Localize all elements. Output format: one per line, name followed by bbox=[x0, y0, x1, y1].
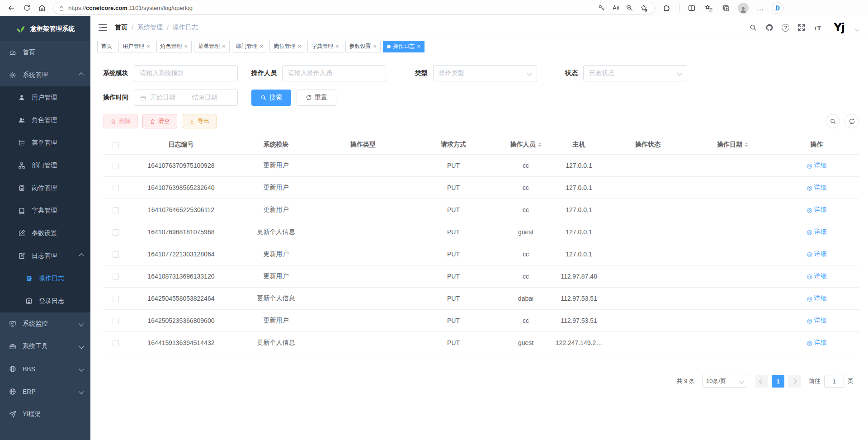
detail-link[interactable]: ◎详细 bbox=[807, 294, 826, 303]
export-button[interactable]: 导出 bbox=[182, 114, 217, 128]
sidebar-item-dicts[interactable]: 字典管理 bbox=[0, 199, 90, 222]
breadcrumb-system[interactable]: 系统管理 bbox=[137, 24, 163, 32]
row-checkbox[interactable] bbox=[113, 185, 119, 191]
goto-page-input[interactable] bbox=[824, 375, 844, 388]
sidebar-item-home[interactable]: 首页 bbox=[0, 41, 90, 64]
read-aloud-button[interactable] bbox=[612, 4, 619, 12]
close-icon[interactable]: × bbox=[260, 43, 264, 49]
tab-posts[interactable]: 岗位管理× bbox=[269, 41, 305, 52]
avatar-dropdown-icon[interactable] bbox=[854, 26, 859, 31]
sidebar-item-monitor[interactable]: 系统监控 bbox=[0, 312, 90, 335]
current-page[interactable]: 1 bbox=[772, 375, 784, 388]
detail-link[interactable]: ◎详细 bbox=[807, 339, 826, 347]
detail-link[interactable]: ◎详细 bbox=[807, 272, 826, 280]
hamburger-icon[interactable] bbox=[98, 23, 108, 33]
row-checkbox[interactable] bbox=[113, 207, 119, 213]
collections-button[interactable] bbox=[719, 2, 733, 14]
col-date[interactable]: 操作日期 bbox=[691, 135, 774, 155]
tab-params[interactable]: 参数设置× bbox=[345, 41, 381, 52]
user-logo-avatar[interactable]: Yj bbox=[834, 21, 844, 34]
sidebar-item-operlog[interactable]: 操作日志 bbox=[0, 267, 90, 290]
tab-roles[interactable]: 角色管理× bbox=[156, 41, 192, 52]
type-select[interactable]: 操作类型 bbox=[433, 65, 537, 81]
tab-home[interactable]: 首页 bbox=[97, 41, 116, 52]
bing-chat-button[interactable]: b bbox=[771, 2, 784, 14]
close-icon[interactable]: × bbox=[146, 43, 150, 49]
address-bar[interactable]: https://ccnetcore.com:1101/system/log/op… bbox=[53, 2, 655, 14]
zoom-out-button[interactable] bbox=[626, 4, 633, 12]
detail-link[interactable]: ◎详细 bbox=[807, 250, 826, 258]
sidebar-item-yi[interactable]: Yi框架 bbox=[0, 403, 90, 426]
fullscreen-icon[interactable] bbox=[797, 24, 806, 32]
browser-refresh-button[interactable] bbox=[20, 2, 33, 14]
row-checkbox[interactable] bbox=[113, 251, 119, 258]
sort-icon[interactable] bbox=[538, 142, 542, 147]
browser-back-button[interactable] bbox=[5, 2, 18, 14]
breadcrumb-home[interactable]: 首页 bbox=[115, 24, 127, 32]
table-refresh-button[interactable] bbox=[844, 114, 859, 128]
page-size-select[interactable]: 10条/页 bbox=[702, 375, 747, 388]
detail-link[interactable]: ◎详细 bbox=[807, 161, 826, 170]
sidebar-item-params[interactable]: 参数设置 bbox=[0, 222, 90, 245]
detail-link[interactable]: ◎详细 bbox=[807, 228, 826, 236]
extensions-button[interactable] bbox=[660, 2, 674, 14]
prev-page-button[interactable] bbox=[755, 375, 768, 388]
detail-link[interactable]: ◎详细 bbox=[807, 317, 826, 325]
expand-arrow-icon bbox=[79, 366, 84, 371]
sort-icon[interactable] bbox=[745, 142, 748, 147]
row-checkbox[interactable] bbox=[113, 296, 119, 302]
sidebar-item-loginlog[interactable]: 登录日志 bbox=[0, 290, 90, 312]
password-key-button[interactable] bbox=[598, 4, 605, 12]
sidebar-item-depts[interactable]: 部门管理 bbox=[0, 154, 90, 177]
table-search-button[interactable] bbox=[826, 114, 840, 128]
profile-button[interactable] bbox=[736, 2, 750, 14]
reset-button[interactable]: 重置 bbox=[297, 90, 336, 106]
detail-link[interactable]: ◎详细 bbox=[807, 206, 826, 214]
font-size-icon[interactable]: TT bbox=[814, 24, 821, 31]
close-icon[interactable]: × bbox=[222, 43, 226, 49]
clear-button[interactable]: 清空 bbox=[142, 114, 177, 128]
close-icon[interactable]: × bbox=[373, 43, 377, 49]
tab-operlog[interactable]: 操作日志× bbox=[383, 41, 425, 52]
sidebar-item-roles[interactable]: 角色管理 bbox=[0, 109, 90, 132]
module-input[interactable]: 请输入系统模块 bbox=[134, 65, 238, 81]
sidebar-item-erp[interactable]: ERP bbox=[0, 380, 90, 403]
date-range-input[interactable]: 开始日期 - 结束日期 bbox=[134, 90, 238, 106]
close-icon[interactable]: × bbox=[417, 43, 420, 49]
status-select[interactable]: 日志状态 bbox=[583, 65, 687, 81]
row-checkbox[interactable] bbox=[113, 274, 119, 280]
sidebar-item-tools[interactable]: 系统工具 bbox=[0, 335, 90, 358]
chevron-right-icon bbox=[792, 378, 797, 383]
tab-depts[interactable]: 部门管理× bbox=[232, 41, 268, 52]
help-icon[interactable]: ? bbox=[782, 24, 789, 32]
browser-home-button[interactable] bbox=[35, 2, 49, 14]
close-icon[interactable]: × bbox=[335, 43, 339, 49]
row-checkbox[interactable] bbox=[113, 340, 119, 346]
favorite-add-button[interactable] bbox=[640, 4, 648, 12]
tab-dicts[interactable]: 字典管理× bbox=[307, 41, 343, 52]
row-checkbox[interactable] bbox=[113, 163, 119, 169]
detail-link[interactable]: ◎详细 bbox=[807, 184, 826, 192]
header-search-icon[interactable] bbox=[749, 24, 757, 32]
sidebar-item-bbs[interactable]: BBS bbox=[0, 358, 90, 380]
favorites-bar-button[interactable] bbox=[702, 2, 716, 14]
sidebar-item-posts[interactable]: 岗位管理 bbox=[0, 177, 90, 199]
sidebar-item-users[interactable]: 用户管理 bbox=[0, 86, 90, 109]
operator-input[interactable]: 请输入操作人员 bbox=[282, 65, 386, 81]
close-icon[interactable]: × bbox=[297, 43, 301, 49]
next-page-button[interactable] bbox=[788, 375, 801, 388]
row-checkbox[interactable] bbox=[113, 318, 119, 324]
sidebar-item-system[interactable]: 系统管理 bbox=[0, 64, 90, 86]
sidebar-item-logs[interactable]: 日志管理 bbox=[0, 245, 90, 267]
col-operator[interactable]: 操作人员 bbox=[499, 135, 553, 155]
close-icon[interactable]: × bbox=[184, 43, 188, 49]
github-icon[interactable] bbox=[765, 24, 774, 32]
row-checkbox[interactable] bbox=[113, 229, 119, 236]
select-all-checkbox[interactable] bbox=[113, 142, 119, 148]
search-button[interactable]: 搜索 bbox=[251, 90, 291, 106]
sidebar-item-menus[interactable]: 菜单管理 bbox=[0, 132, 90, 154]
tab-menus[interactable]: 菜单管理× bbox=[194, 41, 230, 52]
split-screen-button[interactable] bbox=[685, 2, 698, 14]
tab-users[interactable]: 用户管理× bbox=[118, 41, 154, 52]
browser-settings-button[interactable]: … bbox=[754, 2, 767, 14]
